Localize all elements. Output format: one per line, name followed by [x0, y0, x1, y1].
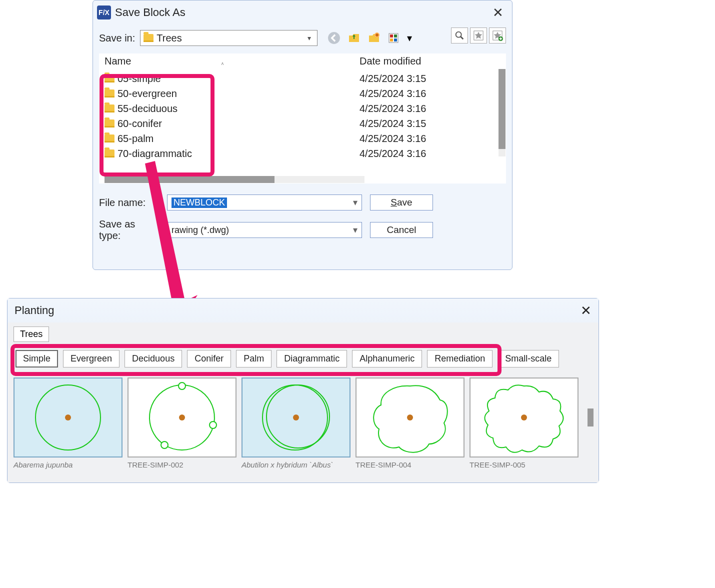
thumbnail-preview[interactable]: [356, 378, 464, 458]
svg-point-14: [178, 382, 186, 390]
svg-point-20: [293, 414, 299, 420]
thumbnail-item[interactable]: Abutilon x hybridum `Albus`: [242, 378, 350, 469]
folder-icon: [104, 90, 114, 98]
vertical-scrollbar[interactable]: [498, 69, 506, 156]
category-conifer[interactable]: Conifer: [187, 350, 231, 368]
category-evergreen[interactable]: Evergreen: [63, 350, 120, 368]
thumbnail-label: TREE-SIMP-004: [356, 460, 464, 469]
file-name-value: NEWBLOCK: [172, 198, 227, 208]
save-as-type-value: rawing (*.dwg): [172, 225, 229, 236]
vertical-scrollbar[interactable]: [588, 378, 594, 458]
folder-row[interactable]: 50-evergreen 4/25/2024 3:16: [100, 86, 506, 101]
file-list-header: Name ＾ Date modified: [100, 54, 506, 69]
thumbnail-preview[interactable]: [14, 378, 122, 458]
right-toolbar: [451, 28, 506, 44]
thumbnail-item[interactable]: TREE-SIMP-002: [128, 378, 236, 469]
titlebar: Planting ✕: [8, 298, 598, 322]
category-simple[interactable]: Simple: [16, 350, 58, 368]
favorite-icon[interactable]: [470, 28, 487, 44]
thumbnail-label: TREE-SIMP-002: [128, 460, 236, 469]
folder-date: 4/25/2024 3:15: [360, 118, 506, 130]
thumbnail-row: Abarema jupunba TREE-SIMP-002Abutilon x …: [14, 378, 592, 469]
tab-trees[interactable]: Trees: [14, 326, 49, 342]
folder-name: 55-deciduous: [118, 103, 178, 114]
category-bar: SimpleEvergreenDeciduousConiferPalmDiagr…: [14, 346, 592, 372]
svg-point-21: [407, 414, 413, 420]
col-name-header[interactable]: Name ＾: [104, 56, 360, 67]
file-name-field[interactable]: NEWBLOCK ▾: [167, 194, 362, 210]
back-icon[interactable]: [326, 30, 342, 46]
close-icon[interactable]: ✕: [580, 303, 592, 318]
folder-date: 4/25/2024 3:16: [360, 133, 506, 144]
category-diagrammatic[interactable]: Diagrammatic: [276, 350, 347, 368]
svg-rect-5: [390, 38, 393, 42]
folder-name: 05-simple: [118, 73, 161, 84]
new-folder-icon[interactable]: [366, 30, 382, 46]
save-as-type-label: Save as type:: [99, 218, 159, 242]
svg-rect-6: [394, 38, 397, 42]
svg-point-15: [210, 422, 216, 428]
svg-rect-3: [390, 34, 393, 38]
folder-row[interactable]: 05-simple 4/25/2024 3:15: [100, 71, 506, 86]
file-name-row: File name: NEWBLOCK ▾ Save: [99, 194, 506, 210]
folder-row[interactable]: 65-palm 4/25/2024 3:16: [100, 131, 506, 146]
save-button[interactable]: Save: [370, 194, 433, 210]
cancel-button[interactable]: Cancel: [370, 222, 433, 238]
thumbnail-item[interactable]: Abarema jupunba: [14, 378, 122, 469]
svg-point-22: [521, 414, 527, 420]
folder-icon: [104, 150, 114, 158]
folder-icon: [104, 120, 114, 128]
views-dropdown-icon[interactable]: ▾: [406, 30, 414, 46]
chevron-down-icon[interactable]: ▾: [353, 224, 358, 236]
scrollbar-thumb[interactable]: [588, 408, 594, 426]
folder-icon: [144, 34, 154, 42]
save-in-row: Save in: Trees ▾ ▾: [99, 28, 506, 48]
save-in-value: Trees: [156, 32, 301, 44]
save-as-type-field[interactable]: rawing (*.dwg) ▾: [167, 222, 362, 238]
svg-rect-4: [394, 34, 397, 38]
category-remediation[interactable]: Remediation: [427, 350, 492, 368]
category-alphanumeric[interactable]: Alphanumeric: [352, 350, 422, 368]
folder-row[interactable]: 70-diagrammatic 4/25/2024 3:16: [100, 146, 506, 161]
thumbnail-preview[interactable]: [242, 378, 350, 458]
folder-name: 60-conifer: [118, 118, 162, 130]
folder-date: 4/25/2024 3:16: [360, 103, 506, 114]
fx-logo-icon: F/X: [97, 6, 111, 20]
add-favorite-icon[interactable]: [489, 28, 506, 44]
dialog-title: Planting: [14, 304, 580, 317]
chevron-down-icon[interactable]: ▾: [353, 197, 358, 208]
file-name-label: File name:: [99, 197, 159, 208]
thumbnail-label: Abarema jupunba: [14, 460, 122, 469]
folder-icon: [104, 134, 114, 142]
folder-name: 65-palm: [118, 133, 154, 144]
folder-name: 50-evergreen: [118, 88, 177, 100]
titlebar: F/X Save Block As ✕: [93, 0, 512, 24]
svg-point-0: [328, 32, 340, 44]
folder-row[interactable]: 60-conifer 4/25/2024 3:15: [100, 116, 506, 131]
category-deciduous[interactable]: Deciduous: [124, 350, 182, 368]
category-small-scale[interactable]: Small-scale: [498, 350, 559, 368]
save-in-combo[interactable]: Trees ▾: [140, 30, 318, 46]
close-icon[interactable]: ✕: [488, 5, 508, 20]
folder-row[interactable]: 55-deciduous 4/25/2024 3:16: [100, 101, 506, 116]
folder-date: 4/25/2024 3:16: [360, 148, 506, 160]
svg-point-17: [179, 414, 185, 420]
scrollbar-thumb[interactable]: [498, 69, 506, 149]
search-icon[interactable]: [451, 28, 468, 44]
save-block-as-dialog: F/X Save Block As ✕ Save in: Trees ▾: [92, 0, 512, 270]
chevron-down-icon[interactable]: ▾: [304, 34, 314, 42]
horizontal-scrollbar[interactable]: [104, 176, 364, 183]
thumbnail-item[interactable]: TREE-SIMP-004: [356, 378, 464, 469]
folder-name: 70-diagrammatic: [118, 148, 192, 160]
thumbnail-item[interactable]: TREE-SIMP-005: [470, 378, 578, 469]
save-as-type-row: Save as type: rawing (*.dwg) ▾ Cancel: [99, 218, 506, 242]
thumbnail-preview[interactable]: [128, 378, 236, 458]
thumbnail-preview[interactable]: [470, 378, 578, 458]
svg-point-13: [65, 414, 71, 420]
up-folder-icon[interactable]: [346, 30, 362, 46]
scrollbar-thumb[interactable]: [104, 176, 274, 183]
category-palm[interactable]: Palm: [236, 350, 272, 368]
nav-icons: ▾: [326, 30, 414, 46]
views-icon[interactable]: [386, 30, 402, 46]
col-date-header[interactable]: Date modified: [360, 56, 506, 67]
